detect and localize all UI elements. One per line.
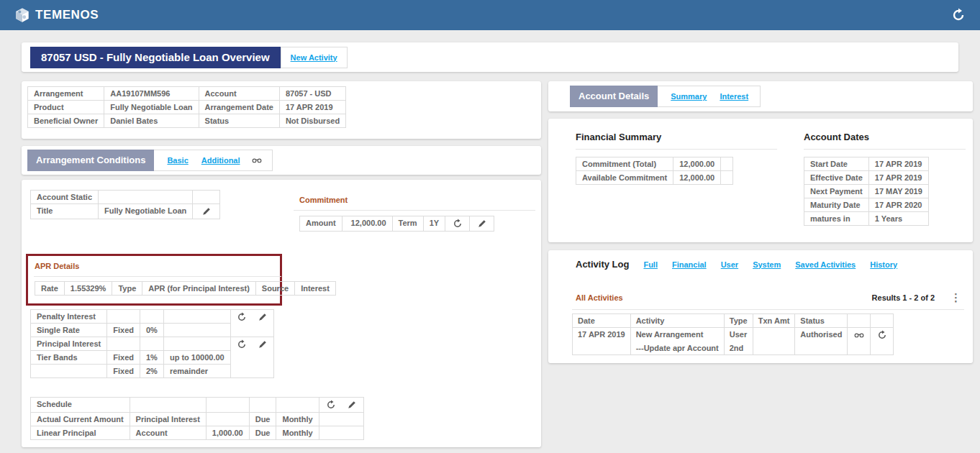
beneficial-owner-label: Beneficial Owner <box>28 114 104 128</box>
matures-in-label: matures in <box>804 212 869 226</box>
table-row: Maturity Date 17 APR 2020 <box>804 198 929 212</box>
rate-value: 1.55329% <box>64 282 112 296</box>
schedule-row1-due: Due <box>249 413 276 426</box>
effective-date-label: Effective Date <box>804 171 869 185</box>
table-row: Schedule <box>31 398 364 413</box>
account-summary-panel: Financial Summary Commitment (Total) 12,… <box>548 119 973 242</box>
single-rate-label: Single Rate <box>31 324 107 337</box>
tier2-band: remainder <box>163 365 230 378</box>
new-activity-link[interactable]: New Activity <box>291 53 337 62</box>
schedule-row1-amount <box>206 413 249 426</box>
view-icon[interactable] <box>252 155 262 165</box>
type-line-2: 2nd <box>730 344 748 352</box>
financial-summary-title: Financial Summary <box>576 132 777 142</box>
arrangement-conditions-header-panel: Arrangement Conditions Basic Additional <box>22 146 541 175</box>
kebab-menu-icon[interactable]: ⋮ <box>950 292 961 303</box>
next-payment-value: 17 MAY 2019 <box>868 185 928 198</box>
maturity-date-value: 17 APR 2020 <box>868 198 928 212</box>
activity-date: 17 APR 2019 <box>573 328 631 355</box>
tab-full[interactable]: Full <box>643 260 658 269</box>
start-date-label: Start Date <box>804 157 869 171</box>
edit-icon[interactable] <box>201 206 212 216</box>
tab-basic[interactable]: Basic <box>167 156 188 165</box>
table-row: Effective Date 17 APR 2019 <box>804 171 929 185</box>
arrangement-info-table: Arrangement AA19107MM596 Account 87057 -… <box>27 86 346 128</box>
financial-summary-table: Commitment (Total) 12,000.00 Available C… <box>576 157 733 185</box>
tab-saved-activities[interactable]: Saved Activities <box>795 260 856 269</box>
schedule-table: Schedule Actual Current Amount Principal… <box>30 397 364 440</box>
activity-line-2: ---Update apr Account <box>636 344 719 352</box>
table-row: Account Static <box>31 191 220 204</box>
table-header-row: Date Activity Type Txn Amt Status <box>573 314 894 328</box>
table-row: Available Commitment 12,000.00 <box>576 171 733 185</box>
type-line-1: User <box>730 330 748 339</box>
activity-status: Authorised <box>795 328 848 355</box>
history-icon[interactable] <box>877 330 887 340</box>
edit-icon[interactable] <box>347 400 357 410</box>
activity-line-1: New Arrangement <box>636 330 719 339</box>
col-date: Date <box>573 314 631 328</box>
new-activity-box: New Activity <box>281 47 348 68</box>
single-rate-type: Fixed <box>107 324 140 337</box>
refresh-icon[interactable] <box>453 219 463 229</box>
commitment-table: Amount 12,000.00 Term 1Y <box>299 216 494 232</box>
type-value: APR (for Principal Interest) <box>142 282 256 296</box>
rate-label: Rate <box>35 282 65 296</box>
tab-user[interactable]: User <box>721 260 738 269</box>
account-label: Account <box>199 87 279 101</box>
tier1-type: Fixed <box>107 351 140 365</box>
tier1-band: up to 10000.00 <box>163 351 230 365</box>
refresh-icon[interactable] <box>951 8 966 22</box>
arrangement-date-label: Arrangement Date <box>199 101 279 114</box>
effective-date-value: 17 APR 2019 <box>868 171 928 185</box>
table-row: Penalty Interest <box>31 310 274 324</box>
account-dates-title: Account Dates <box>804 132 966 142</box>
table-row: Commitment (Total) 12,000.00 <box>576 157 733 171</box>
product-label: Product <box>28 101 104 114</box>
apr-details-title: APR Details <box>35 262 280 270</box>
tier2-rate: 2% <box>140 365 164 378</box>
tab-interest[interactable]: Interest <box>720 92 748 101</box>
temenos-cube-icon <box>14 7 30 23</box>
refresh-icon[interactable] <box>326 400 336 410</box>
term-label: Term <box>392 216 423 232</box>
edit-icon[interactable] <box>258 312 268 322</box>
temenos-logo[interactable]: TEMENOS <box>14 7 99 23</box>
table-row: matures in 1 Years <box>804 212 929 226</box>
tab-system[interactable]: System <box>753 260 781 269</box>
account-dates-section: Account Dates Start Date 17 APR 2019 Eff… <box>804 132 966 226</box>
refresh-icon[interactable] <box>237 339 247 349</box>
table-row: Beneficial Owner Daniel Bates Status Not… <box>28 114 346 128</box>
account-details-header: Account Details Summary Interest <box>570 86 761 107</box>
type-label: Type <box>112 282 142 296</box>
table-row: Product Fully Negotiable Loan Arrangemen… <box>28 101 346 114</box>
view-icon[interactable] <box>854 330 864 340</box>
schedule-row1-value: Principal Interest <box>130 413 206 426</box>
tab-summary[interactable]: Summary <box>671 92 707 101</box>
amount-label: Amount <box>300 216 342 232</box>
divider <box>804 149 966 150</box>
tier-bands-label: Tier Bands <box>31 351 107 365</box>
commitment-title: Commitment <box>294 196 535 204</box>
refresh-icon[interactable] <box>237 312 247 322</box>
commitment-section: Commitment Amount 12,000.00 Term 1Y <box>294 196 535 232</box>
tab-history[interactable]: History <box>870 260 897 269</box>
page-title-panel: 87057 USD - Fully Negotiable Loan Overvi… <box>22 42 958 72</box>
activity-log-table: Date Activity Type Txn Amt Status 17 APR… <box>572 314 894 355</box>
arrangement-date-value: 17 APR 2019 <box>279 101 345 114</box>
schedule-row2-label: Linear Principal <box>31 426 130 440</box>
source-value: Interest <box>295 282 336 296</box>
apr-details-table: Rate 1.55329% Type APR (for Principal In… <box>35 281 336 296</box>
commitment-total-label: Commitment (Total) <box>576 157 673 171</box>
tab-financial[interactable]: Financial <box>672 260 707 269</box>
tier1-rate: 1% <box>140 351 164 365</box>
apr-details-highlight-box: APR Details Rate 1.55329% Type APR (for … <box>26 254 282 306</box>
edit-icon[interactable] <box>477 219 487 229</box>
tab-additional[interactable]: Additional <box>201 156 240 165</box>
principal-interest-header: Principal Interest <box>31 337 107 351</box>
col-activity: Activity <box>630 314 724 328</box>
edit-icon[interactable] <box>258 339 268 349</box>
col-txn-amt: Txn Amt <box>753 314 795 328</box>
results-count: Results 1 - 2 of 2 <box>872 293 935 302</box>
schedule-row1-label: Actual Current Amount <box>31 413 130 426</box>
